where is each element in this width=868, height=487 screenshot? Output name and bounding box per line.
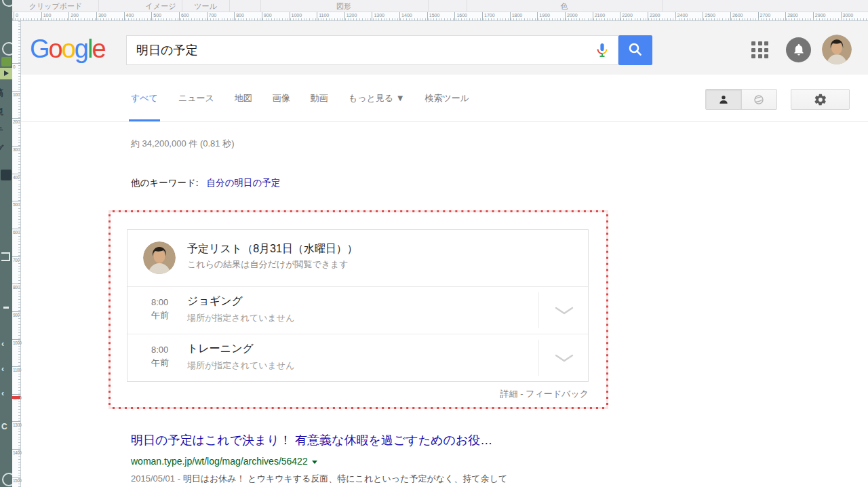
circle-tool-icon[interactable] bbox=[2, 473, 12, 486]
event-expand-button[interactable] bbox=[539, 287, 589, 334]
bell-icon bbox=[792, 43, 806, 57]
sidebar-menu-label[interactable]: グ bbox=[0, 143, 3, 155]
search-submit-button[interactable] bbox=[618, 35, 652, 65]
chevron-down-icon bbox=[555, 307, 574, 315]
ruler-tick: 2700 bbox=[758, 12, 759, 20]
ruler-tick: 1500 bbox=[427, 12, 428, 20]
search-tabbar: すべて ニュース 地図 画像 動画 もっと見る ▼ 検索ツール bbox=[21, 75, 868, 122]
ruler-tick: 400 bbox=[12, 174, 20, 174]
ruler-tick: 100 bbox=[12, 91, 20, 92]
tab-all[interactable]: すべて bbox=[131, 75, 158, 121]
sidebar-menu-label[interactable]: テ bbox=[0, 125, 3, 137]
url-dropdown-icon[interactable] bbox=[312, 461, 317, 464]
gear-icon bbox=[814, 93, 827, 106]
chevron-down-icon bbox=[555, 354, 574, 362]
event-time: 8:00 午前 bbox=[151, 343, 169, 369]
ruler-tick: 3000 bbox=[841, 12, 842, 20]
user-photo bbox=[143, 241, 176, 274]
minimize-tool-icon[interactable] bbox=[3, 307, 9, 309]
event-location: 場所が指定されていません bbox=[187, 312, 294, 324]
event-expand-button[interactable] bbox=[539, 334, 589, 381]
ruler-tick: 700 bbox=[207, 12, 208, 20]
result-url: woman.type.jp/wt/log/mag/archives/56422 bbox=[131, 456, 308, 467]
ruler-tick: 600 bbox=[179, 12, 180, 20]
ruler-tick: 300 bbox=[96, 12, 97, 20]
search-input[interactable] bbox=[127, 36, 581, 64]
result-url-line: woman.type.jp/wt/log/mag/archives/56422 bbox=[131, 456, 317, 467]
event-row[interactable]: 8:00 午前 トレーニング 場所が指定されていません bbox=[127, 334, 588, 381]
ruler-tick: 100 bbox=[41, 12, 42, 20]
details-link[interactable]: 詳細 bbox=[500, 389, 518, 399]
green-tool-icon[interactable] bbox=[1, 57, 12, 66]
dark-tool-icon[interactable] bbox=[1, 170, 12, 180]
c-tool-icon[interactable]: C bbox=[1, 422, 7, 431]
chevron-left-icon[interactable]: ‹ bbox=[1, 364, 4, 374]
chevron-left-icon[interactable]: ‹ bbox=[1, 339, 4, 349]
global-results-button[interactable] bbox=[741, 90, 777, 109]
ruler-cursor-marker bbox=[12, 396, 20, 399]
ruler-tick: 2300 bbox=[648, 12, 648, 20]
result-stats: 約 34,200,000 件 (0.81 秒) bbox=[131, 138, 234, 150]
globe-icon bbox=[753, 94, 765, 106]
result-title-link[interactable]: 明日の予定はこれで決まり！ 有意義な休暇を過ごすためのお役… bbox=[131, 432, 492, 448]
ruler-tick: 1300 bbox=[372, 12, 372, 20]
google-search-page: Google bbox=[21, 21, 868, 487]
event-location: 場所が指定されていません bbox=[187, 359, 294, 372]
related-keyword-link[interactable]: 自分の明日の予定 bbox=[207, 178, 281, 188]
ruler-tick: 1000 bbox=[12, 339, 20, 340]
circle-tool-icon[interactable] bbox=[2, 42, 12, 56]
tab-maps[interactable]: 地図 bbox=[235, 75, 252, 121]
ruler-tick: 1500 bbox=[12, 477, 20, 478]
sidebar-menu-label[interactable]: 稿 bbox=[0, 87, 3, 99]
voice-search-button[interactable] bbox=[592, 41, 612, 60]
results-scope-toggle bbox=[705, 89, 777, 110]
ruler-tick: 800 bbox=[234, 12, 235, 20]
tab-videos[interactable]: 動画 bbox=[311, 75, 328, 121]
google-mic-icon bbox=[594, 41, 610, 59]
schedule-card-title: 予定リスト（8月31日（水曜日）） bbox=[187, 242, 358, 256]
personal-results-button[interactable] bbox=[706, 90, 741, 109]
ribbon-group-shapes: 図形 bbox=[336, 1, 351, 12]
tab-news[interactable]: ニュース bbox=[178, 75, 214, 121]
chevron-left-icon[interactable]: ‹ bbox=[1, 389, 4, 398]
sidebar-menu-label[interactable]: 規 bbox=[0, 106, 3, 118]
ruler-tick: 1600 bbox=[454, 12, 455, 20]
ribbon-group-tools: ツール bbox=[194, 1, 217, 12]
ruler-tick: 400 bbox=[124, 12, 125, 20]
tab-images[interactable]: 画像 bbox=[273, 75, 290, 121]
ruler-tick: 1700 bbox=[482, 12, 483, 20]
user-photo bbox=[822, 35, 852, 64]
ruler-tick: 300 bbox=[12, 146, 20, 147]
logo-letter: g bbox=[75, 35, 87, 63]
ruler-tick: 1100 bbox=[12, 366, 20, 367]
crop-tool-icon[interactable] bbox=[1, 252, 10, 261]
active-tool-arrow-icon[interactable] bbox=[0, 68, 12, 79]
ruler-tick: 600 bbox=[12, 229, 20, 229]
ruler-tick: 2900 bbox=[813, 12, 814, 20]
feedback-link[interactable]: フィードバック bbox=[526, 389, 589, 399]
related-keywords-label: 他のキーワード: bbox=[131, 178, 199, 188]
apps-grid-icon[interactable] bbox=[751, 41, 770, 60]
event-row[interactable]: 8:00 午前 ジョギング 場所が指定されていません bbox=[127, 287, 588, 334]
event-title: ジョギング bbox=[187, 294, 243, 309]
ruler-tick: 700 bbox=[12, 256, 20, 257]
tab-more[interactable]: もっと見る ▼ bbox=[349, 75, 405, 121]
ribbon-divider bbox=[467, 0, 467, 12]
circle-tool-icon[interactable] bbox=[2, 0, 12, 7]
google-logo[interactable]: Google bbox=[30, 35, 105, 64]
screenshot-root: 稿 規 テ グ ‹ ‹ ‹ C クリップボード イメージ ツール 図形 色 01… bbox=[0, 0, 868, 487]
editor-ribbon: クリップボード イメージ ツール 図形 色 bbox=[12, 0, 868, 12]
tab-search-tools[interactable]: 検索ツール bbox=[425, 75, 470, 121]
result-date: 2015/05/01 - bbox=[131, 473, 183, 484]
ruler-tick: 500 bbox=[12, 201, 20, 201]
ribbon-divider bbox=[182, 0, 182, 12]
ruler-tick: 1100 bbox=[317, 12, 317, 20]
notifications-button[interactable] bbox=[786, 37, 811, 62]
ribbon-divider bbox=[98, 0, 99, 12]
ruler-tick: 0 bbox=[12, 63, 20, 64]
ruler-tick: 1800 bbox=[510, 12, 511, 20]
event-time: 8:00 午前 bbox=[151, 296, 169, 322]
profile-avatar[interactable] bbox=[822, 35, 852, 64]
card-footer: 詳細 - フィードバック bbox=[127, 388, 589, 400]
settings-button[interactable] bbox=[791, 89, 850, 110]
